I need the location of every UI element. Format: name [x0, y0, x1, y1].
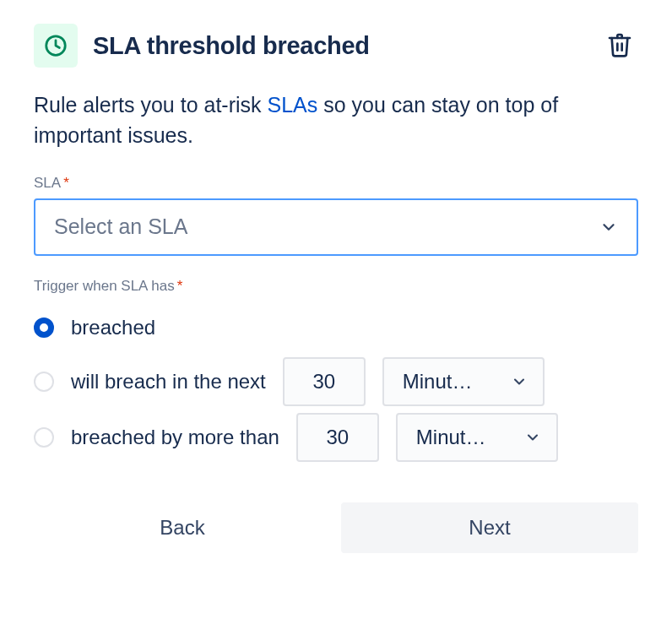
sla-select-placeholder: Select an SLA — [54, 214, 187, 239]
sla-select[interactable]: Select an SLA — [34, 198, 638, 256]
header-left: SLA threshold breached — [34, 24, 370, 68]
breached-by-value-input[interactable] — [296, 413, 379, 462]
radio-breached-by-label: breached by more than — [71, 426, 279, 449]
chevron-down-icon — [599, 218, 618, 236]
breached-by-unit-select[interactable]: Minut… — [396, 413, 558, 462]
footer-actions: Back Next — [34, 502, 638, 553]
radio-breached-by[interactable] — [34, 427, 54, 448]
trigger-label-text: Trigger when SLA has — [34, 278, 175, 295]
breached-by-unit-text: Minut… — [416, 426, 486, 449]
trash-icon — [606, 31, 633, 58]
chevron-down-icon — [524, 429, 541, 446]
slas-link[interactable]: SLAs — [268, 93, 318, 117]
panel-title: SLA threshold breached — [93, 32, 370, 60]
required-mark: * — [177, 278, 183, 295]
will-breach-value-input[interactable] — [283, 357, 366, 406]
required-mark: * — [63, 175, 69, 192]
radio-will-breach-label: will breach in the next — [71, 370, 266, 393]
radio-row-breached: breached — [34, 301, 638, 354]
sla-label-text: SLA — [34, 175, 61, 192]
panel-header: SLA threshold breached — [34, 24, 638, 68]
radio-breached[interactable] — [34, 318, 54, 338]
description-prefix: Rule alerts you to at-risk — [34, 93, 268, 117]
radio-row-breached-by: breached by more than Minut… — [34, 410, 638, 465]
chevron-down-icon — [511, 373, 528, 390]
will-breach-unit-select[interactable]: Minut… — [382, 357, 545, 406]
sla-field-group: SLA * Select an SLA — [34, 175, 638, 256]
will-breach-unit-text: Minut… — [403, 370, 473, 393]
panel-description: Rule alerts you to at-risk SLAs so you c… — [34, 90, 638, 151]
clock-icon-badge — [34, 24, 78, 68]
next-button[interactable]: Next — [341, 502, 638, 553]
sla-label: SLA * — [34, 175, 638, 192]
delete-button[interactable] — [601, 26, 638, 66]
clock-icon — [43, 33, 68, 58]
radio-breached-label: breached — [71, 316, 155, 339]
trigger-label: Trigger when SLA has * — [34, 278, 638, 295]
trigger-radio-group: breached will breach in the next Minut… … — [34, 301, 638, 465]
trigger-field-group: Trigger when SLA has * breached will bre… — [34, 278, 638, 465]
back-button[interactable]: Back — [34, 502, 331, 553]
radio-will-breach[interactable] — [34, 372, 54, 392]
radio-row-will-breach: will breach in the next Minut… — [34, 354, 638, 410]
